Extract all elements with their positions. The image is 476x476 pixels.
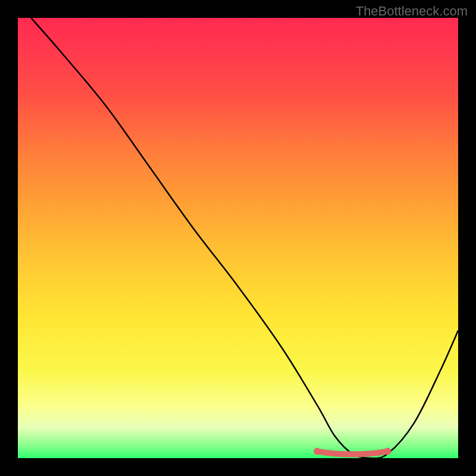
optimal-marker-start bbox=[314, 448, 321, 455]
chart-svg bbox=[18, 18, 458, 458]
optimal-range-marker bbox=[317, 452, 387, 455]
optimal-marker-end bbox=[384, 448, 392, 455]
chart-plot-area bbox=[18, 18, 458, 458]
bottleneck-curve bbox=[31, 18, 458, 458]
watermark-text: TheBottleneck.com bbox=[356, 4, 468, 19]
